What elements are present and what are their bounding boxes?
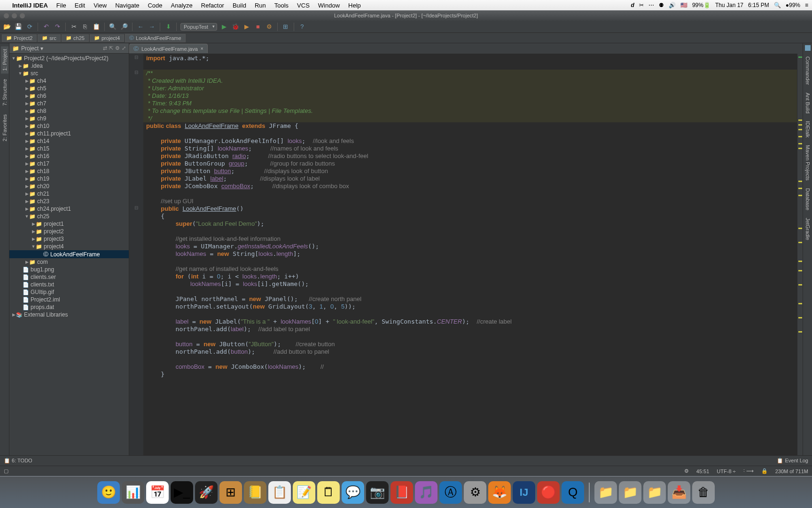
tree-node[interactable]: ▶📁ch18	[9, 167, 129, 175]
editor-tab[interactable]: Ⓒ LookAndFeelFrame.java ×	[129, 44, 208, 53]
toolwindow-tab-todo[interactable]: 📋 6: TODO	[4, 458, 32, 464]
editor-document[interactable]: import java.awt.*; /** * Created with In…	[143, 54, 797, 455]
status-process-icon[interactable]: ⚙	[684, 468, 689, 474]
mac-app-name[interactable]: IntelliJ IDEA	[12, 2, 48, 9]
menuextra-notifications-icon[interactable]: ≡	[805, 2, 808, 8]
dock-calendar-icon[interactable]: 📅	[146, 481, 169, 504]
stop-icon[interactable]: ■	[254, 23, 262, 31]
toolwindow-tab-maven[interactable]: Maven Projects	[804, 142, 812, 183]
crumb-ch25[interactable]: 📁ch25	[62, 34, 89, 42]
dock-folder1-icon[interactable]: 📁	[594, 481, 617, 504]
tree-node[interactable]: ⒸLookAndFeelFrame	[9, 250, 129, 258]
sync-icon[interactable]: ⟳	[25, 23, 34, 31]
tree-node[interactable]: 📄Project2.iml	[9, 296, 129, 303]
tree-node[interactable]: ▶📁ch4	[9, 77, 129, 85]
dock-messages-icon[interactable]: 💬	[342, 481, 364, 504]
toolwindow-tab-jetgradle[interactable]: JetGradle	[804, 215, 812, 243]
menu-build[interactable]: Build	[233, 2, 246, 9]
profile-icon[interactable]: ⚙	[265, 23, 273, 31]
dock-app3-icon[interactable]: 🔴	[537, 481, 560, 504]
dock-notes-icon[interactable]: 📝	[293, 481, 315, 504]
status-memory[interactable]: 230M of 711M	[775, 468, 808, 474]
tree-node[interactable]: ▼📁project4	[9, 243, 129, 250]
crumb-project[interactable]: 📁Project2	[2, 34, 37, 42]
dock-finder-icon[interactable]: 🙂	[97, 481, 120, 504]
project-tree[interactable]: ▼📁Project2 (~/IdeaProjects/Project2)▶📁.i…	[9, 54, 129, 455]
tree-node[interactable]: ▼📁Project2 (~/IdeaProjects/Project2)	[9, 55, 129, 62]
menu-edit[interactable]: Edit	[75, 2, 85, 9]
toolwindow-tab-eventlog[interactable]: 📋 Event Log	[777, 458, 808, 464]
dock-activity-monitor-icon[interactable]: 📊	[122, 481, 144, 504]
menu-window[interactable]: Window	[318, 2, 340, 9]
help-icon[interactable]: ?	[298, 23, 306, 31]
dock-itunes-icon[interactable]: 🎵	[415, 481, 437, 504]
menu-tools[interactable]: Tools	[274, 2, 289, 9]
dock-app1-icon[interactable]: ⊞	[219, 481, 242, 504]
dock-photobooth-icon[interactable]: 📷	[366, 481, 389, 504]
dock-terminal-icon[interactable]: ▶_	[171, 481, 193, 504]
back-icon[interactable]: ←	[136, 23, 145, 31]
toolwindow-tab-ant[interactable]: Ant Build	[804, 90, 812, 116]
dock-app2-icon[interactable]: 📕	[390, 481, 413, 504]
tree-node[interactable]: ▶📁ch11.project1	[9, 130, 129, 137]
dock-contacts-icon[interactable]: 📒	[244, 481, 266, 504]
menuextra-wifi-icon[interactable]: ⚉	[659, 2, 664, 8]
open-icon[interactable]: 📂	[3, 23, 11, 31]
menuextra-battery1[interactable]: 99% 🔋	[692, 2, 710, 8]
replace-icon[interactable]: 🔎	[120, 23, 128, 31]
menu-file[interactable]: File	[56, 2, 66, 9]
crumb-file[interactable]: ⒸLookAndFeelFrame	[125, 34, 186, 42]
tree-node[interactable]: ▶📚External Libraries	[9, 311, 129, 318]
menuextra-scissors-icon[interactable]: ✂	[639, 2, 644, 8]
tree-node[interactable]: 📄clients.txt	[9, 281, 129, 288]
dock-folder3-icon[interactable]: 📁	[643, 481, 666, 504]
project-view-scroll-from-icon[interactable]: ⇄	[103, 45, 107, 51]
dock-intellij-icon[interactable]: IJ	[513, 481, 535, 504]
run-config-combo[interactable]: PopupTest	[180, 23, 217, 31]
menuextra-time[interactable]: 6:15 PM	[748, 2, 769, 8]
menuextra-spotlight-icon[interactable]: 🔍	[774, 2, 781, 8]
copy-icon[interactable]: ⎘	[81, 23, 89, 31]
tree-node[interactable]: ▶📁ch5	[9, 85, 129, 92]
toolwindow-tab-database[interactable]: Database	[804, 185, 812, 213]
tree-node[interactable]: ▶📁ch10	[9, 122, 129, 130]
dock-launchpad-icon[interactable]: 🚀	[195, 481, 218, 504]
menu-view[interactable]: View	[94, 2, 107, 9]
toolwindow-tab-commander[interactable]: Commander	[804, 54, 812, 88]
build-icon[interactable]: ⬇	[164, 23, 172, 31]
tree-node[interactable]: ▶📁ch17	[9, 160, 129, 167]
status-lock-icon[interactable]: 🔒	[761, 468, 768, 474]
tree-node[interactable]: ▶📁ch15	[9, 145, 129, 152]
menu-code[interactable]: Code	[148, 2, 162, 9]
dock-folder2-icon[interactable]: 📁	[619, 481, 641, 504]
debug-icon[interactable]: 🐞	[231, 23, 240, 31]
menu-run[interactable]: Run	[255, 2, 266, 9]
tree-node[interactable]: ▶📁ch6	[9, 92, 129, 100]
toolwindow-tab-project[interactable]: 1: Project	[1, 46, 8, 73]
tree-node[interactable]: ▼📁src	[9, 70, 129, 77]
menu-navigate[interactable]: Navigate	[115, 2, 139, 9]
tree-node[interactable]: ▶📁ch14	[9, 137, 129, 145]
tree-node[interactable]: ▶📁ch16	[9, 152, 129, 160]
toolwindow-tab-favorites[interactable]: 2: Favorites	[1, 111, 8, 144]
menu-help[interactable]: Help	[348, 2, 361, 9]
tree-node[interactable]: ▶📁project3	[9, 235, 129, 243]
dock-reminders-icon[interactable]: 📋	[268, 481, 291, 504]
undo-icon[interactable]: ↶	[42, 23, 50, 31]
tree-node[interactable]: 📄bug1.png	[9, 266, 129, 273]
menuextra-flag-icon[interactable]: 🇺🇸	[680, 2, 687, 8]
tree-node[interactable]: ▶📁ch23	[9, 198, 129, 205]
status-square-icon[interactable]: ▢	[4, 468, 8, 474]
toolwindow-tab-idetalk[interactable]: IDEtalk	[804, 118, 812, 140]
dock-downloads-icon[interactable]: 📥	[668, 481, 690, 504]
tree-node[interactable]: ▶📁ch7	[9, 100, 129, 107]
menuextra-date[interactable]: Thu Jan 17	[715, 2, 743, 8]
coverage-icon[interactable]: ▶	[242, 23, 251, 31]
status-line-col[interactable]: 45:51	[696, 468, 710, 474]
menuextra-volume-icon[interactable]: 🔊	[669, 2, 676, 8]
toolwindow-tab-structure[interactable]: 7: Structure	[1, 76, 8, 109]
window-close-button[interactable]	[4, 13, 9, 18]
status-insert-indicator[interactable]: ∶ ⟶	[743, 468, 754, 474]
dock-firefox-icon[interactable]: 🦊	[488, 481, 511, 504]
dock-quicktime-icon[interactable]: Q	[562, 481, 584, 504]
